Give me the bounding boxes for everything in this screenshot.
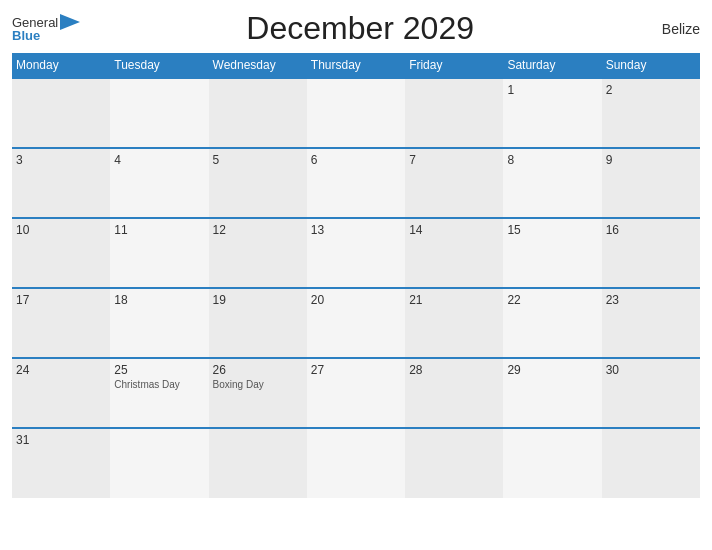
calendar-cell: 25Christmas Day xyxy=(110,358,208,428)
calendar-cell: 8 xyxy=(503,148,601,218)
day-number: 31 xyxy=(16,433,106,447)
day-number: 8 xyxy=(507,153,597,167)
weekday-header-row: Monday Tuesday Wednesday Thursday Friday… xyxy=(12,53,700,78)
day-number: 1 xyxy=(507,83,597,97)
calendar-cell xyxy=(405,78,503,148)
calendar-week-row: 17181920212223 xyxy=(12,288,700,358)
calendar-table: Monday Tuesday Wednesday Thursday Friday… xyxy=(12,53,700,498)
day-number: 24 xyxy=(16,363,106,377)
day-number: 5 xyxy=(213,153,303,167)
calendar-cell xyxy=(307,78,405,148)
month-title: December 2029 xyxy=(80,10,640,47)
day-number: 4 xyxy=(114,153,204,167)
day-number: 19 xyxy=(213,293,303,307)
day-number: 3 xyxy=(16,153,106,167)
logo-bl: Blue xyxy=(12,28,40,43)
day-number: 2 xyxy=(606,83,696,97)
day-number: 27 xyxy=(311,363,401,377)
day-number: 13 xyxy=(311,223,401,237)
calendar-cell: 22 xyxy=(503,288,601,358)
logo-triangle-icon xyxy=(60,14,80,30)
calendar-header: General Blue General Blue December 2029 … xyxy=(12,10,700,47)
calendar-cell: 6 xyxy=(307,148,405,218)
calendar-cell: 10 xyxy=(12,218,110,288)
calendar-week-row: 31 xyxy=(12,428,700,498)
header-tuesday: Tuesday xyxy=(110,53,208,78)
calendar-cell: 30 xyxy=(602,358,700,428)
calendar-cell xyxy=(110,428,208,498)
day-number: 12 xyxy=(213,223,303,237)
day-number: 6 xyxy=(311,153,401,167)
calendar-cell: 24 xyxy=(12,358,110,428)
calendar-container: General Blue General Blue December 2029 … xyxy=(0,0,712,550)
calendar-cell: 21 xyxy=(405,288,503,358)
calendar-cell: 17 xyxy=(12,288,110,358)
calendar-cell: 15 xyxy=(503,218,601,288)
calendar-week-row: 3456789 xyxy=(12,148,700,218)
calendar-cell xyxy=(405,428,503,498)
calendar-cell xyxy=(209,428,307,498)
calendar-cell: 3 xyxy=(12,148,110,218)
header-friday: Friday xyxy=(405,53,503,78)
calendar-cell: 20 xyxy=(307,288,405,358)
day-number: 21 xyxy=(409,293,499,307)
calendar-cell: 23 xyxy=(602,288,700,358)
day-number: 9 xyxy=(606,153,696,167)
calendar-week-row: 2425Christmas Day26Boxing Day27282930 xyxy=(12,358,700,428)
day-number: 22 xyxy=(507,293,597,307)
calendar-cell: 2 xyxy=(602,78,700,148)
calendar-cell: 5 xyxy=(209,148,307,218)
day-number: 28 xyxy=(409,363,499,377)
calendar-cell xyxy=(110,78,208,148)
day-number: 18 xyxy=(114,293,204,307)
day-number: 30 xyxy=(606,363,696,377)
calendar-cell: 18 xyxy=(110,288,208,358)
header-thursday: Thursday xyxy=(307,53,405,78)
calendar-week-row: 12 xyxy=(12,78,700,148)
calendar-cell: 31 xyxy=(12,428,110,498)
calendar-cell: 19 xyxy=(209,288,307,358)
day-number: 16 xyxy=(606,223,696,237)
day-number: 14 xyxy=(409,223,499,237)
calendar-cell: 7 xyxy=(405,148,503,218)
calendar-cell: 27 xyxy=(307,358,405,428)
calendar-cell: 4 xyxy=(110,148,208,218)
calendar-cell: 29 xyxy=(503,358,601,428)
calendar-cell xyxy=(209,78,307,148)
calendar-cell: 13 xyxy=(307,218,405,288)
logo-stacked: General Blue xyxy=(12,14,80,43)
svg-marker-1 xyxy=(60,14,80,30)
calendar-cell: 1 xyxy=(503,78,601,148)
calendar-cell: 26Boxing Day xyxy=(209,358,307,428)
calendar-cell: 14 xyxy=(405,218,503,288)
calendar-cell: 11 xyxy=(110,218,208,288)
calendar-cell: 12 xyxy=(209,218,307,288)
calendar-cell xyxy=(602,428,700,498)
calendar-cell xyxy=(307,428,405,498)
day-number: 23 xyxy=(606,293,696,307)
header-wednesday: Wednesday xyxy=(209,53,307,78)
day-number: 29 xyxy=(507,363,597,377)
holiday-label: Boxing Day xyxy=(213,379,303,390)
day-number: 7 xyxy=(409,153,499,167)
calendar-cell: 28 xyxy=(405,358,503,428)
header-sunday: Sunday xyxy=(602,53,700,78)
calendar-cell xyxy=(503,428,601,498)
calendar-week-row: 10111213141516 xyxy=(12,218,700,288)
day-number: 20 xyxy=(311,293,401,307)
day-number: 17 xyxy=(16,293,106,307)
day-number: 26 xyxy=(213,363,303,377)
header-monday: Monday xyxy=(12,53,110,78)
header-saturday: Saturday xyxy=(503,53,601,78)
day-number: 11 xyxy=(114,223,204,237)
holiday-label: Christmas Day xyxy=(114,379,204,390)
day-number: 25 xyxy=(114,363,204,377)
day-number: 15 xyxy=(507,223,597,237)
day-number: 10 xyxy=(16,223,106,237)
calendar-cell xyxy=(12,78,110,148)
country-label: Belize xyxy=(640,21,700,37)
calendar-cell: 9 xyxy=(602,148,700,218)
calendar-cell: 16 xyxy=(602,218,700,288)
